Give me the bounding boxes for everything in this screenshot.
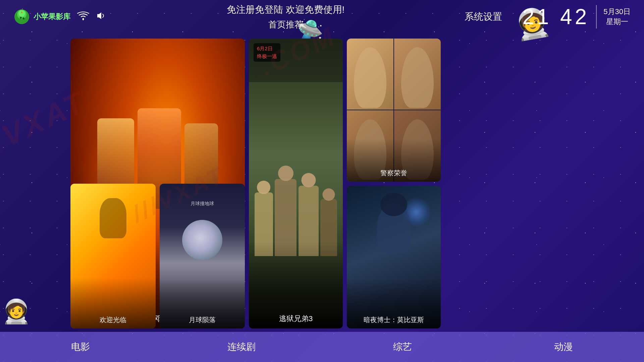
settings-nav-item[interactable]: 系统设置 bbox=[465, 10, 502, 23]
movie-card-morbius-main[interactable]: 暗夜博士：莫比亚斯 bbox=[347, 186, 441, 329]
app-logo-icon bbox=[13, 8, 30, 25]
welcome-text: 免注册免登陆 欢迎免费使用! bbox=[227, 3, 345, 16]
volume-icon bbox=[96, 11, 107, 22]
logo-area: 小苹果影库 bbox=[13, 8, 70, 25]
header-center: 免注册免登陆 欢迎免费使用! 首页推荐 bbox=[107, 3, 465, 31]
app-name: 小苹果影库 bbox=[34, 12, 70, 22]
movie-card-escape-main[interactable]: 6月2日 终极一逃 逃狱兄弟3 bbox=[249, 39, 343, 328]
movie-card-welcome[interactable]: 欢迎光临 bbox=[70, 184, 156, 329]
nav-variety[interactable]: 综艺 bbox=[322, 334, 483, 360]
time-divider bbox=[596, 5, 597, 28]
bottom-navigation: 电影 连续剧 综艺 动漫 bbox=[0, 332, 644, 362]
home-nav-item[interactable]: 首页推荐 bbox=[268, 19, 303, 31]
nav-anime[interactable]: 动漫 bbox=[483, 334, 644, 360]
police-title: 警察荣誉 bbox=[347, 165, 441, 182]
svg-marker-7 bbox=[97, 12, 101, 19]
movie-card-moon-fall[interactable]: 月球撞地球 月球陨落 bbox=[160, 184, 245, 329]
date-text: 5月30日 bbox=[603, 7, 631, 17]
person-topright bbox=[394, 39, 441, 110]
person-topleft bbox=[347, 39, 393, 110]
escape-title: 逃狱兄弟3 bbox=[249, 309, 343, 328]
svg-point-4 bbox=[22, 17, 24, 19]
wifi-icon bbox=[77, 11, 89, 23]
time-display: 21 42 bbox=[522, 4, 589, 29]
date-area: 5月30日 星期一 bbox=[603, 7, 631, 27]
moon-title: 月球陨落 bbox=[160, 311, 245, 328]
welcome-title: 欢迎光临 bbox=[70, 311, 156, 328]
movie-card-police-main[interactable]: 警察荣誉 bbox=[347, 39, 441, 182]
nav-row: 首页推荐 bbox=[268, 19, 303, 31]
escape-badge: 6月2日 终极一逃 bbox=[254, 43, 280, 62]
morbius-title: 暗夜博士：莫比亚斯 bbox=[347, 311, 441, 328]
svg-point-3 bbox=[20, 17, 22, 19]
svg-point-6 bbox=[83, 18, 84, 20]
nav-movies[interactable]: 电影 bbox=[0, 334, 161, 360]
nav-series[interactable]: 连续剧 bbox=[161, 334, 322, 360]
header: 小苹果影库 免注册免登陆 欢迎免费使用! 首页推荐 系统设置 21 42 5月3… bbox=[0, 0, 644, 34]
weekday-text: 星期一 bbox=[606, 17, 628, 27]
time-area: 21 42 5月30日 星期一 bbox=[522, 4, 631, 29]
